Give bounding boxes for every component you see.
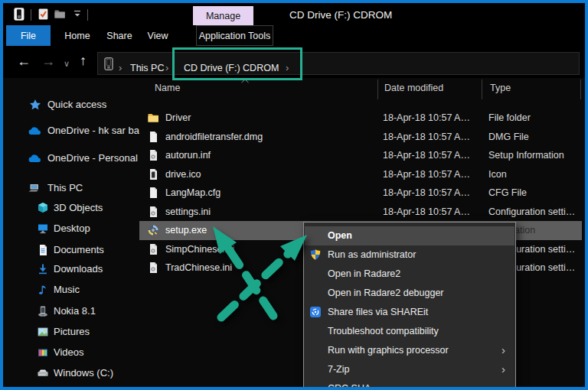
- menu-item-label: CRC SHA: [328, 383, 371, 390]
- column-header-name[interactable]: Name: [155, 83, 180, 93]
- file-type: Icon: [488, 169, 507, 180]
- breadcrumb-separator: ›: [165, 62, 168, 73]
- file-date: 18-Apr-18 10:57 A…: [383, 206, 470, 217]
- sidebar-item-onedrive-personal[interactable]: OneDrive - Personal: [3, 148, 139, 168]
- window-title: CD Drive (F:) CDROM: [289, 9, 392, 21]
- tab-view[interactable]: View: [141, 25, 175, 46]
- file-date: 18-Apr-18 10:57 A…: [383, 150, 470, 161]
- sidebar-item-label: This PC: [47, 182, 83, 193]
- folder-icon: [147, 112, 159, 124]
- menu-item-label: Troubleshoot compatibility: [328, 326, 439, 336]
- file-row-driver[interactable]: Driver 18-Apr-18 10:57 A… File folder: [139, 109, 582, 128]
- up-icon[interactable]: ↑: [80, 54, 87, 67]
- tab-share[interactable]: Share: [101, 25, 138, 46]
- sidebar-item-label: Videos: [54, 346, 84, 358]
- menu-item-open-in-radare2-debugger[interactable]: Open in Radare2 debugger: [305, 284, 514, 303]
- file-name: setup.exe: [165, 225, 207, 236]
- file-row-langmap[interactable]: LangMap.cfg 18-Apr-18 10:57 A… CFG File: [139, 184, 582, 203]
- phone-icon: [37, 305, 49, 317]
- context-menu: Open Run as administrator Open in Radare…: [303, 222, 516, 390]
- sidebar-item-pictures[interactable]: Pictures: [3, 322, 139, 342]
- gear-file-icon: [147, 262, 159, 274]
- sidebar-item-music[interactable]: Music: [3, 280, 139, 300]
- menu-item-label: Open in Radare2 debugger: [328, 288, 444, 298]
- file-type: DMG File: [488, 132, 529, 142]
- column-header-type[interactable]: Type: [490, 83, 511, 93]
- sidebar-item-desktop[interactable]: Desktop: [3, 219, 139, 239]
- qat-separator: [31, 9, 31, 21]
- sidebar-item-label: Music: [54, 284, 80, 295]
- sidebar-item-label: Windows (C:): [54, 367, 113, 379]
- drive-small-icon: [104, 57, 113, 70]
- file-date: 18-Apr-18 10:57 A…: [383, 132, 470, 142]
- file-type: Setup Information: [488, 150, 564, 161]
- sidebar-item-windows-c[interactable]: Windows (C:): [3, 363, 139, 383]
- file-row-autorun[interactable]: autorun.inf 18-Apr-18 10:57 A… Setup Inf…: [139, 146, 582, 165]
- qat-dropdown-icon[interactable]: [72, 9, 83, 19]
- menu-item-run-as-administrator[interactable]: Run as administrator: [305, 245, 514, 265]
- menu-item-7zip[interactable]: 7-Zip ›: [305, 360, 514, 379]
- file-row-dmg[interactable]: androidfiletransfer.dmg 18-Apr-18 10:57 …: [139, 128, 582, 147]
- sidebar-item-label: Desktop: [54, 223, 90, 234]
- icon-file-icon: [147, 168, 159, 180]
- sidebar-item-this-pc[interactable]: This PC: [3, 178, 139, 198]
- file-name: Driver: [165, 112, 191, 123]
- menu-item-share-files-via-shareit[interactable]: Share files via SHAREit: [305, 303, 514, 322]
- column-separator[interactable]: [377, 80, 378, 99]
- forward-icon[interactable]: →: [41, 54, 55, 68]
- sidebar-item-downloads[interactable]: Downloads: [3, 259, 139, 279]
- sidebar-item-videos[interactable]: Videos: [3, 343, 139, 362]
- sidebar-item-nokia[interactable]: Nokia 8.1: [3, 301, 139, 321]
- sidebar-item-quick-access[interactable]: Quick access: [3, 95, 139, 115]
- menu-item-label: Open in Radare2: [328, 268, 400, 279]
- sidebar-item-label: 3D Objects: [54, 202, 103, 213]
- sidebar-item-documents[interactable]: Documents: [3, 240, 139, 260]
- menu-item-open[interactable]: Open: [305, 226, 514, 245]
- new-folder-icon[interactable]: [54, 8, 66, 20]
- tab-file[interactable]: File: [6, 25, 51, 46]
- sidebar-item-onedrive-hk[interactable]: OneDrive - hk sar bac: [3, 121, 139, 141]
- title-bar: Manage CD Drive (F:) CDROM: [3, 3, 585, 25]
- recent-locations-icon[interactable]: ∨: [64, 57, 70, 70]
- file-type: File folder: [488, 112, 531, 123]
- sidebar-item-label: OneDrive - hk sar bac: [47, 125, 139, 136]
- column-separator[interactable]: [482, 80, 482, 99]
- sidebar-item-label: Quick access: [47, 99, 106, 110]
- column-header-date-modified[interactable]: Date modified: [384, 83, 443, 93]
- sidebar-item-3d-objects[interactable]: 3D Objects: [3, 198, 139, 218]
- file-row-drive-ico[interactable]: drive.ico 18-Apr-18 10:57 A… Icon: [139, 165, 582, 184]
- gear-file-icon: [147, 243, 159, 255]
- pc-icon: [28, 182, 40, 194]
- sidebar-item-label: Downloads: [54, 263, 103, 275]
- sidebar-item-label: Nokia 8.1: [54, 305, 96, 317]
- submenu-chevron-icon: ›: [501, 343, 505, 356]
- cube-icon: [37, 202, 49, 214]
- download-arrow-icon: [37, 263, 49, 275]
- properties-check-icon[interactable]: [37, 8, 50, 21]
- picture-icon: [37, 326, 49, 338]
- menu-item-open-in-radare2[interactable]: Open in Radare2: [305, 265, 514, 284]
- ribbon-tab-row: File Home Share View Application Tools: [3, 25, 585, 46]
- back-icon[interactable]: ←: [17, 54, 31, 68]
- file-type: Configuration setti…: [488, 206, 575, 217]
- file-date: 18-Apr-18 10:57 A…: [383, 112, 470, 123]
- menu-item-troubleshoot-compatibility[interactable]: Troubleshoot compatibility: [305, 322, 514, 341]
- file-name: androidfiletransfer.dmg: [165, 132, 263, 142]
- menu-item-crc-sha[interactable]: CRC SHA ›: [305, 379, 514, 390]
- breadcrumb-this-pc[interactable]: This PC: [130, 63, 164, 73]
- annotation-highlight-box: [172, 47, 302, 80]
- column-separator[interactable]: [580, 80, 581, 99]
- file-name: drive.ico: [165, 169, 201, 180]
- sidebar-item-label: OneDrive - Personal: [47, 152, 138, 164]
- file-name: SimpChinese.ini: [165, 244, 234, 255]
- file-row-settings[interactable]: settings.ini 18-Apr-18 10:57 A… Configur…: [139, 203, 582, 222]
- menu-item-run-with-graphics-processor[interactable]: Run with graphics processor ›: [305, 341, 514, 360]
- address-field[interactable]: › This PC › CD Drive (F:) CDROM ›: [97, 52, 580, 75]
- submenu-chevron-icon: ›: [501, 362, 505, 375]
- tab-application-tools[interactable]: Application Tools: [196, 25, 273, 46]
- file-name: TradChinese.ini: [165, 262, 232, 273]
- file-date: 18-Apr-18 10:57 A…: [383, 169, 470, 180]
- music-note-icon: [37, 284, 49, 296]
- tab-home[interactable]: Home: [58, 25, 96, 46]
- menu-item-label: 7-Zip: [328, 364, 349, 375]
